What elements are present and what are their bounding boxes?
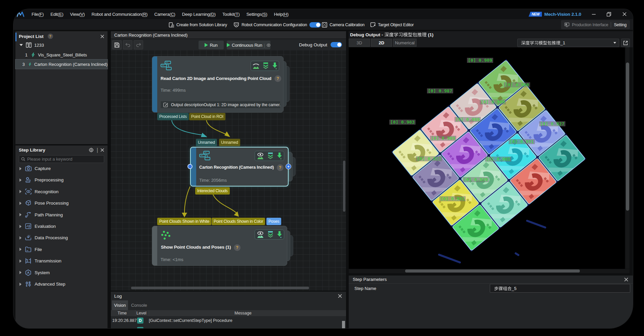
step-category-path-planning[interactable]: Path Planning [15, 209, 108, 220]
expand-caret-icon[interactable] [19, 283, 22, 286]
step-category-system[interactable]: System [15, 267, 108, 278]
log-close-icon[interactable] [338, 294, 342, 298]
project-item-Carton Recognition (Camera Inclined)[interactable]: 3 Carton Recognition (Camera Inclined) [15, 59, 108, 69]
port-processed-lists[interactable]: Processed Lists [157, 113, 189, 120]
menu-file[interactable]: File(F) [28, 9, 47, 19]
restore-button[interactable] [601, 9, 616, 19]
port-point-cloud-in-roi[interactable]: Point Cloud in ROI [189, 113, 225, 120]
collapse-caret-icon[interactable] [19, 44, 23, 46]
menu-deep-learning[interactable]: Deep Learning(D) [179, 9, 219, 19]
step-category-capture[interactable]: Capture [15, 163, 108, 174]
log-tab-vision[interactable]: Vision [112, 300, 128, 310]
node1-output-description[interactable]: Output descriptionOutput 1: 2D image acq… [160, 101, 281, 109]
project-list-close-icon[interactable] [100, 35, 104, 38]
expand-caret-icon[interactable] [19, 213, 22, 216]
debug-numerical-button[interactable]: Numerical [393, 39, 417, 47]
step-search-input[interactable] [27, 157, 102, 162]
project-root-row[interactable]: 1233 [15, 40, 108, 50]
node-show-point-clouds[interactable]: Show Point Clouds and Poses (1) ? Time: … [152, 226, 287, 266]
step-category-recognition[interactable]: Recognition [15, 186, 108, 197]
menu-toolkit[interactable]: Toolkit(T) [219, 9, 243, 19]
expand-caret-icon[interactable] [19, 248, 22, 251]
expand-caret-icon[interactable] [19, 178, 22, 182]
menu-help[interactable]: Help(H) [271, 9, 292, 19]
expand-caret-icon[interactable] [19, 202, 22, 205]
node1-help-icon[interactable]: ? [274, 75, 281, 82]
port-unnamed-1[interactable]: Unnamed [196, 139, 217, 146]
port-point-clouds-white[interactable]: Point Clouds Shown in White [157, 218, 211, 225]
debug-2d-button[interactable]: 2D [371, 39, 392, 47]
step-category-evaluation[interactable]: Evaluation [15, 221, 108, 232]
robot-communication-configuration-button[interactable]: Robot Communication Configuration [233, 19, 321, 30]
debug-3d-button[interactable]: 3D [349, 39, 370, 47]
node3-help-icon[interactable]: ? [234, 244, 241, 251]
step-name-input[interactable]: _5 [490, 284, 630, 293]
step-category-data-processing[interactable]: Data Processing [15, 232, 108, 244]
dropdown-caret-icon [613, 42, 616, 44]
minimize-button[interactable] [587, 9, 601, 19]
step-library-settings-icon[interactable] [89, 148, 94, 153]
node2-add-port[interactable]: + [286, 164, 291, 169]
canvas-vertical-scrollbar[interactable] [343, 161, 345, 212]
node-carton-recognition[interactable]: Carton Recognition (Camera Inclined) ? T… [190, 147, 289, 186]
log-row[interactable]: 19:20:26.887 D[GuiContext::setCurrentSte… [111, 316, 346, 325]
step-category-pose-processing[interactable]: Pose Processing [15, 198, 108, 209]
step-category-label: Recognition [35, 189, 58, 194]
menu-camera[interactable]: Camera(C) [151, 9, 179, 19]
menu-view[interactable]: View(V) [67, 9, 88, 19]
menu-settings[interactable]: Settings(S) [243, 9, 270, 19]
debug-hscroll-thumb[interactable] [405, 269, 580, 272]
project-item-Vis_Square_Steel_Billets[interactable]: 1 Vis_Square_Steel_Billets [15, 50, 108, 59]
redo-button[interactable] [134, 40, 143, 49]
create-from-solution-library-button[interactable]: Create from Solution Library [169, 19, 227, 30]
detection-score-label: [0] 0.985 [485, 157, 511, 162]
step-library-close-icon[interactable] [100, 148, 104, 152]
production-interface-button[interactable]: Production Interface [572, 23, 608, 27]
step-category-transmission[interactable]: Transmission [15, 255, 108, 267]
open-external-button[interactable] [621, 39, 630, 47]
step-category-file[interactable]: File [15, 244, 108, 255]
close-button[interactable] [616, 9, 633, 19]
project-list-help-icon[interactable]: ? [48, 34, 53, 39]
run-button[interactable]: Run [199, 41, 224, 49]
node2-input-port[interactable] [187, 164, 192, 169]
debug-image-view[interactable]: [0] 0.909[0] 0.987[0] 0.980[0] 0.990[0] … [349, 47, 625, 269]
canvas-horizontal-scrollbar[interactable] [131, 287, 309, 289]
log-scrollbar[interactable] [342, 321, 345, 328]
save-button[interactable] [112, 40, 122, 49]
expand-caret-icon[interactable] [19, 167, 22, 170]
step-parameters-close-icon[interactable] [624, 278, 628, 282]
debug-output-toggle[interactable] [331, 42, 342, 47]
flow-tab-bar: Carton Recognition (Camera Inclined) [111, 31, 346, 39]
port-poses[interactable]: Poses [266, 218, 281, 225]
menu-robot-and-communication[interactable]: Robot and Communication(R) [88, 9, 151, 19]
expand-caret-icon[interactable] [19, 259, 22, 263]
debug-horizontal-scrollbar[interactable] [349, 269, 630, 273]
node-read-carton[interactable]: Read Carton 2D Image and Corresponding P… [152, 56, 284, 113]
undo-button[interactable] [123, 40, 132, 49]
expand-caret-icon[interactable] [19, 271, 22, 274]
flow-tab-title[interactable]: Carton Recognition (Camera Inclined) [114, 33, 187, 38]
step-category-preprocessing[interactable]: Preprocessing [15, 174, 108, 186]
expand-caret-icon[interactable] [19, 225, 22, 228]
expand-caret-icon[interactable] [19, 190, 22, 193]
continuous-run-button[interactable]: Continuous Run | [227, 41, 270, 49]
debug-vscroll-thumb[interactable] [626, 62, 629, 211]
port-point-clouds-color[interactable]: Point Clouds Shown in Color [212, 218, 265, 225]
log-row[interactable]: 19:20:26.887 D[GuiContext::setCurrentSte… [111, 325, 346, 328]
debug-source-dropdown[interactable]: _1 [517, 39, 619, 47]
run-settings-icon[interactable] [267, 43, 270, 48]
debug-vertical-scrollbar[interactable] [626, 47, 630, 269]
menu-edit[interactable]: Edit(E) [47, 9, 67, 19]
setting-button[interactable]: Setting [614, 23, 627, 27]
log-tab-console[interactable]: Console [129, 300, 149, 310]
flow-canvas[interactable]: Read Carton 2D Image and Corresponding P… [111, 50, 346, 291]
target-object-editor-button[interactable]: Target Object Editor [370, 19, 414, 30]
node2-help-icon[interactable]: ? [277, 164, 284, 171]
step-category-advanced-step[interactable]: Advanced Step [15, 279, 108, 290]
port-interected-clouds[interactable]: Interected Clouds [195, 187, 230, 195]
expand-caret-icon[interactable] [19, 236, 22, 240]
port-unnamed-2[interactable]: Unnamed [219, 139, 240, 146]
robot-communication-toggle[interactable] [309, 22, 321, 28]
camera-calibration-button[interactable]: Camera Calibration [322, 19, 364, 30]
